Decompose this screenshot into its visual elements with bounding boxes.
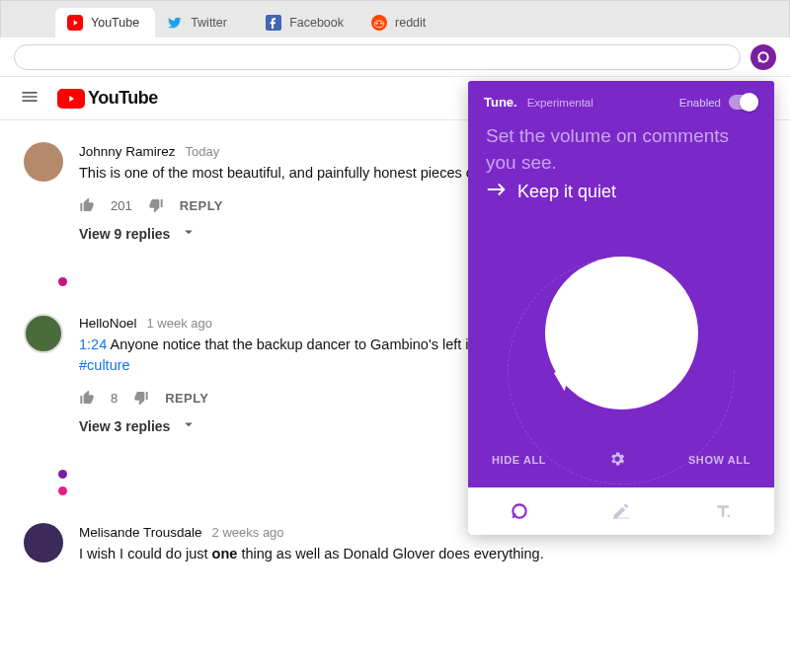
threshold-dot bbox=[58, 486, 67, 495]
svg-point-4 bbox=[380, 23, 382, 25]
thumbs-down-icon[interactable] bbox=[133, 390, 149, 406]
svg-rect-8 bbox=[613, 518, 630, 519]
twitter-icon bbox=[167, 15, 183, 31]
youtube-logo-text: YouTube bbox=[88, 88, 158, 109]
enabled-label: Enabled bbox=[679, 97, 721, 109]
comment-time: 2 weeks ago bbox=[212, 525, 284, 540]
facebook-icon bbox=[266, 15, 281, 31]
youtube-logo[interactable]: YouTube bbox=[57, 88, 158, 109]
tab-label: reddit bbox=[395, 16, 426, 30]
browser-tab-facebook[interactable]: Facebook bbox=[254, 8, 359, 37]
svg-point-9 bbox=[728, 515, 731, 518]
tune-brand: Tune. bbox=[484, 95, 517, 110]
tab-label: Facebook bbox=[289, 16, 344, 30]
timestamp-link[interactable]: 1:24 bbox=[79, 336, 107, 352]
reply-button[interactable]: REPLY bbox=[180, 198, 223, 213]
reply-button[interactable]: REPLY bbox=[165, 391, 208, 406]
comment-text: I wish I could do just one thing as well… bbox=[79, 544, 766, 564]
comment-time: 1 week ago bbox=[147, 316, 213, 331]
chevron-down-icon bbox=[180, 223, 198, 244]
chevron-down-icon bbox=[180, 415, 198, 436]
comment-time: Today bbox=[186, 144, 220, 159]
threshold-dot bbox=[58, 277, 67, 286]
svg-point-2 bbox=[371, 15, 387, 31]
reddit-icon bbox=[371, 15, 387, 31]
like-count: 201 bbox=[111, 198, 132, 213]
browser-tab-strip: YouTube Twitter Facebook reddit bbox=[0, 0, 790, 37]
comment-author[interactable]: Melisande Trousdale bbox=[79, 525, 202, 540]
tune-experimental-label: Experimental bbox=[527, 97, 593, 109]
browser-tab-twitter[interactable]: Twitter bbox=[155, 8, 254, 37]
dial-zone bbox=[468, 218, 774, 460]
thumbs-up-icon[interactable] bbox=[79, 197, 95, 213]
arrow-right-icon bbox=[486, 182, 508, 202]
tab-label: Twitter bbox=[191, 16, 227, 30]
tune-tab-text[interactable] bbox=[693, 501, 752, 521]
comment-author[interactable]: Johnny Ramirez bbox=[79, 144, 176, 159]
tab-label: YouTube bbox=[91, 16, 139, 30]
comment-author[interactable]: HelloNoel bbox=[79, 316, 137, 331]
tune-tab-dial[interactable] bbox=[490, 501, 549, 521]
svg-point-3 bbox=[376, 23, 378, 25]
youtube-icon bbox=[67, 15, 83, 31]
browser-tab-reddit[interactable]: reddit bbox=[359, 8, 458, 37]
threshold-dot bbox=[58, 470, 67, 479]
tune-footer-tabs bbox=[468, 487, 774, 535]
tune-extension-icon[interactable] bbox=[750, 44, 776, 70]
tune-tab-edit[interactable] bbox=[592, 501, 651, 521]
volume-dial[interactable] bbox=[545, 257, 698, 410]
thumbs-down-icon[interactable] bbox=[148, 197, 164, 213]
avatar[interactable] bbox=[24, 523, 63, 562]
tune-subheading: Keep it quiet bbox=[468, 178, 774, 218]
url-input[interactable] bbox=[14, 44, 741, 70]
like-count: 8 bbox=[111, 391, 118, 406]
tune-headline: Set the volume on comments you see. bbox=[468, 117, 774, 178]
view-replies-label: View 3 replies bbox=[79, 418, 170, 434]
thumbs-up-icon[interactable] bbox=[79, 390, 95, 406]
tune-panel: Tune. Experimental Enabled Set the volum… bbox=[468, 81, 774, 535]
view-replies-label: View 9 replies bbox=[79, 226, 170, 242]
hashtag-link[interactable]: #culture bbox=[79, 357, 130, 373]
enabled-toggle[interactable] bbox=[729, 95, 758, 110]
avatar[interactable] bbox=[24, 314, 63, 353]
browser-tab-youtube[interactable]: YouTube bbox=[55, 8, 155, 37]
avatar[interactable] bbox=[24, 142, 63, 182]
youtube-play-icon bbox=[57, 89, 85, 109]
hamburger-icon[interactable] bbox=[20, 87, 40, 110]
url-bar-row bbox=[0, 37, 790, 77]
